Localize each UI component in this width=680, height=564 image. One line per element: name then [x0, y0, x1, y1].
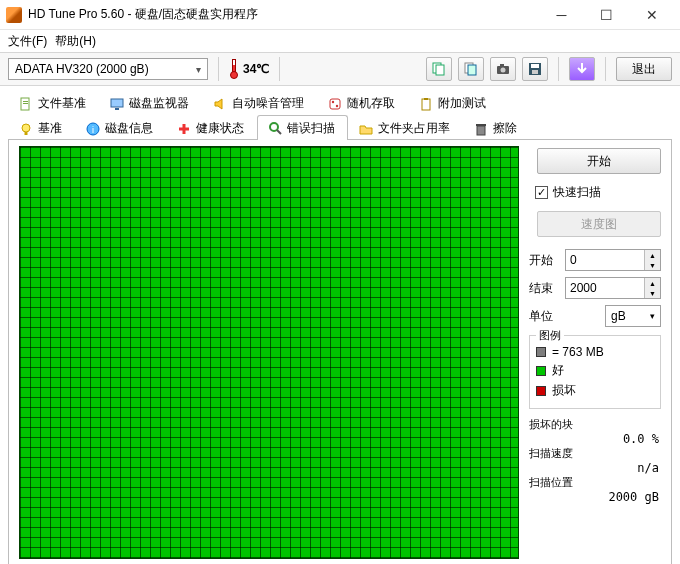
toolbar-divider: [218, 57, 219, 81]
title-bar: HD Tune Pro 5.60 - 硬盘/固态硬盘实用程序 ─ ☐ ✕: [0, 0, 680, 30]
end-value-input[interactable]: 2000 ▲▼: [565, 277, 661, 299]
tab-health[interactable]: 健康状态: [166, 116, 257, 140]
temperature-indicator: 34℃: [229, 59, 269, 79]
drive-select-value: ADATA HV320 (2000 gB): [15, 62, 149, 76]
checkbox-icon: ✓: [535, 186, 548, 199]
dice-icon: [328, 97, 342, 111]
svg-line-27: [277, 130, 281, 134]
folder-icon: [359, 122, 373, 136]
damaged-blocks-value: 0.0 %: [529, 432, 661, 446]
toolbar-divider: [558, 57, 559, 81]
speaker-icon: [213, 97, 227, 111]
close-button[interactable]: ✕: [629, 0, 674, 29]
toolbar-divider: [279, 57, 280, 81]
tab-benchmark[interactable]: 基准: [8, 116, 75, 140]
download-button[interactable]: [569, 57, 595, 81]
legend-neutral-icon: [536, 347, 546, 357]
copy-info-icon: [463, 61, 479, 77]
tab-disk-monitor[interactable]: 磁盘监视器: [99, 91, 202, 115]
menu-bar: 文件(F) 帮助(H): [0, 30, 680, 52]
end-label: 结束: [529, 280, 559, 297]
magnifier-icon: [268, 121, 282, 135]
unit-row: 单位 gB ▾: [529, 305, 661, 327]
svg-rect-29: [476, 124, 486, 126]
tab-label: 随机存取: [347, 95, 395, 112]
app-icon: [6, 7, 22, 23]
tab-label: 文件夹占用率: [378, 120, 450, 137]
copy-text-icon: [431, 61, 447, 77]
menu-file[interactable]: 文件(F): [8, 33, 47, 50]
side-panel: 开始 ✓ 快速扫描 速度图 开始 0 ▲▼ 结束 2000: [529, 146, 661, 562]
start-value-input[interactable]: 0 ▲▼: [565, 249, 661, 271]
svg-point-20: [22, 124, 30, 132]
svg-point-16: [332, 100, 334, 102]
start-scan-button[interactable]: 开始: [537, 148, 661, 174]
svg-rect-14: [115, 108, 119, 110]
drive-select[interactable]: ADATA HV320 (2000 gB) ▾: [8, 58, 208, 80]
info-icon: i: [86, 122, 100, 136]
svg-rect-19: [424, 98, 428, 100]
legend-title: 图例: [536, 328, 564, 343]
scan-position-label: 扫描位置: [529, 475, 661, 490]
legend-bad-icon: [536, 386, 546, 396]
copy-text-button[interactable]: [426, 57, 452, 81]
tabs-container: 文件基准 磁盘监视器 自动噪音管理 随机存取 附加测试 基准 i 磁盘信息: [0, 86, 680, 564]
tab-label: 擦除: [493, 120, 517, 137]
legend-bad: 损坏: [536, 382, 654, 399]
download-arrow-icon: [574, 61, 590, 77]
unit-value: gB: [611, 309, 626, 323]
tab-erase[interactable]: 擦除: [463, 116, 530, 140]
tab-file-benchmark[interactable]: 文件基准: [8, 91, 99, 115]
camera-icon: [495, 61, 511, 77]
unit-label: 单位: [529, 308, 553, 325]
tab-extra-tests[interactable]: 附加测试: [408, 91, 499, 115]
temperature-value: 34℃: [243, 62, 269, 76]
damaged-blocks-label: 损坏的块: [529, 417, 661, 432]
unit-select[interactable]: gB ▾: [605, 305, 661, 327]
svg-rect-21: [25, 132, 28, 135]
spinner-icon[interactable]: ▲▼: [644, 250, 660, 270]
tab-folder-usage[interactable]: 文件夹占用率: [348, 116, 463, 140]
minimize-button[interactable]: ─: [539, 0, 584, 29]
bulb-icon: [19, 122, 33, 136]
menu-help[interactable]: 帮助(H): [55, 33, 96, 50]
window-title: HD Tune Pro 5.60 - 硬盘/固态硬盘实用程序: [28, 6, 539, 23]
scan-speed-label: 扫描速度: [529, 446, 661, 461]
legend-bad-label: 损坏: [552, 382, 576, 399]
start-label: 开始: [529, 252, 559, 269]
svg-rect-8: [531, 64, 539, 68]
trash-icon: [474, 122, 488, 136]
spinner-icon[interactable]: ▲▼: [644, 278, 660, 298]
svg-text:i: i: [92, 125, 94, 135]
tab-label: 磁盘监视器: [129, 95, 189, 112]
end-value-row: 结束 2000 ▲▼: [529, 277, 661, 299]
screenshot-button[interactable]: [490, 57, 516, 81]
svg-point-5: [501, 68, 506, 73]
toolbar: ADATA HV320 (2000 gB) ▾ 34℃ 退出: [0, 52, 680, 86]
tabs-row-1: 文件基准 磁盘监视器 自动噪音管理 随机存取 附加测试: [8, 90, 672, 114]
file-icon: [19, 97, 33, 111]
tab-aam[interactable]: 自动噪音管理: [202, 91, 317, 115]
svg-point-17: [336, 104, 338, 106]
svg-rect-12: [23, 103, 28, 104]
toolbar-divider: [605, 57, 606, 81]
svg-point-26: [270, 123, 278, 131]
exit-button[interactable]: 退出: [616, 57, 672, 81]
quick-scan-checkbox[interactable]: ✓ 快速扫描: [529, 182, 661, 205]
svg-rect-25: [179, 127, 189, 130]
tab-random-access[interactable]: 随机存取: [317, 91, 408, 115]
svg-rect-28: [477, 126, 485, 135]
legend-block-size: = 763 MB: [536, 345, 654, 359]
tab-label: 健康状态: [196, 120, 244, 137]
scan-speed-value: n/a: [529, 461, 661, 475]
legend-size-label: = 763 MB: [552, 345, 604, 359]
tab-label: 文件基准: [38, 95, 86, 112]
copy-info-button[interactable]: [458, 57, 484, 81]
floppy-icon: [527, 61, 543, 77]
tab-disk-info[interactable]: i 磁盘信息: [75, 116, 166, 140]
thermometer-icon: [229, 59, 239, 79]
svg-rect-1: [436, 65, 444, 75]
maximize-button[interactable]: ☐: [584, 0, 629, 29]
save-button[interactable]: [522, 57, 548, 81]
tab-error-scan[interactable]: 错误扫描: [257, 115, 348, 140]
